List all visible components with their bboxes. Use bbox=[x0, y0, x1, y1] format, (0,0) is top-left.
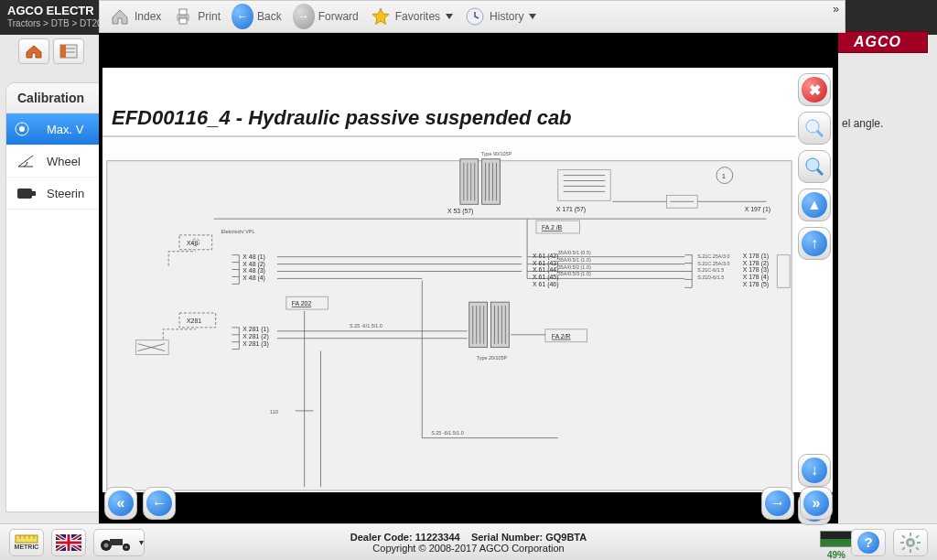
svg-rect-6 bbox=[17, 188, 32, 199]
zoom-in-button[interactable] bbox=[798, 150, 831, 183]
gear-icon bbox=[899, 532, 921, 554]
angle-icon bbox=[14, 151, 39, 171]
svg-text:X 61 (45): X 61 (45) bbox=[533, 274, 558, 281]
page-next-button[interactable]: → bbox=[761, 487, 794, 520]
serial-label: Serial Number: bbox=[471, 532, 543, 543]
dealer-code-label: Dealer Code: bbox=[350, 532, 413, 543]
page-last-button[interactable]: » bbox=[800, 487, 833, 520]
svg-rect-134 bbox=[901, 534, 905, 538]
language-button[interactable] bbox=[51, 529, 86, 556]
svg-text:X 48 (2): X 48 (2) bbox=[242, 261, 265, 268]
svg-rect-137 bbox=[901, 546, 905, 550]
help-icon: ? bbox=[857, 532, 879, 554]
svg-text:110: 110 bbox=[270, 409, 278, 415]
main-toolbar: Index Print ← Back → Forward Favorites H… bbox=[99, 0, 845, 33]
chevron-double-up-icon: ▲ bbox=[802, 192, 827, 218]
toolbar-label: History bbox=[490, 10, 523, 23]
svg-rect-62 bbox=[777, 255, 790, 288]
svg-rect-14 bbox=[460, 159, 479, 204]
viewer-horizontal-toolbar: « ← → » bbox=[104, 485, 833, 522]
chevron-up-icon: ↑ bbox=[802, 231, 827, 256]
svg-rect-136 bbox=[915, 534, 919, 538]
app-title: AGCO ELECTR bbox=[7, 4, 94, 17]
svg-rect-9 bbox=[179, 9, 187, 15]
chevron-left-icon: ← bbox=[146, 490, 172, 516]
svg-text:X 61 (44): X 61 (44) bbox=[533, 266, 558, 274]
svg-point-112 bbox=[806, 158, 819, 171]
svg-text:X 178 (1): X 178 (1) bbox=[743, 253, 769, 260]
history-button[interactable]: History bbox=[460, 4, 540, 29]
svg-text:S.25 -6/1.5/1.0: S.25 -6/1.5/1.0 bbox=[350, 323, 382, 328]
svg-text:X 61 (42): X 61 (42) bbox=[533, 253, 558, 260]
svg-text:S.21C.25A/3.0: S.21C.25A/3.0 bbox=[697, 261, 729, 266]
svg-line-113 bbox=[817, 169, 823, 175]
diagram-area[interactable]: Type 90/105P X 53 (57) X 171 (57) 1 X 19… bbox=[102, 139, 796, 492]
toolbar-label: Index bbox=[135, 10, 161, 23]
magnifier-plus-icon bbox=[803, 156, 825, 178]
back-icon: ← bbox=[232, 5, 253, 27]
breadcrumb[interactable]: Tractors > DTB > DT205 bbox=[7, 18, 107, 28]
svg-point-127 bbox=[124, 545, 127, 548]
svg-text:X 178 (2): X 178 (2) bbox=[743, 260, 769, 267]
svg-rect-90 bbox=[469, 302, 488, 347]
layout-icon bbox=[59, 43, 79, 59]
scroll-up-button[interactable]: ↑ bbox=[798, 227, 831, 260]
forward-button[interactable]: → Forward bbox=[289, 4, 362, 29]
close-button[interactable]: ✖ bbox=[798, 73, 831, 106]
svg-text:FA 202: FA 202 bbox=[292, 300, 312, 307]
brand-logo: AGCO bbox=[827, 31, 928, 53]
favorites-button[interactable]: Favorites bbox=[366, 4, 457, 29]
chevron-double-right-icon: » bbox=[803, 490, 829, 516]
svg-text:S.21C.25A/3.0: S.21C.25A/3.0 bbox=[697, 253, 729, 259]
svg-text:X 53 (57): X 53 (57) bbox=[447, 208, 473, 215]
zoom-out-button[interactable] bbox=[798, 112, 831, 145]
page-prev-button[interactable]: ← bbox=[143, 487, 176, 520]
svg-text:35A/0.5/1 (0.5): 35A/0.5/1 (0.5) bbox=[558, 250, 591, 255]
svg-rect-135 bbox=[915, 546, 919, 550]
scroll-down-button[interactable]: ↓ bbox=[798, 454, 831, 487]
footer-right: ? bbox=[847, 529, 932, 556]
secondary-toolbar bbox=[18, 38, 101, 66]
settings-button[interactable] bbox=[893, 529, 928, 556]
metric-toggle-button[interactable]: METRIC bbox=[9, 529, 44, 556]
tractor-icon bbox=[95, 533, 137, 552]
svg-rect-132 bbox=[900, 542, 904, 544]
page-first-button[interactable]: « bbox=[104, 487, 137, 520]
layout-button[interactable] bbox=[53, 38, 84, 64]
chevron-double-left-icon: « bbox=[108, 490, 134, 516]
clock-icon bbox=[464, 5, 486, 27]
print-button[interactable]: Print bbox=[168, 4, 224, 29]
footer-center: Dealer Code: 11223344 Serial Number: GQ9… bbox=[350, 532, 587, 554]
copyright-text: Copyright © 2008-2017 AGCO Corporation bbox=[350, 543, 587, 554]
svg-text:S.21D-6/1.5: S.21D-6/1.5 bbox=[697, 275, 724, 280]
svg-rect-7 bbox=[32, 191, 36, 196]
svg-text:X 48 (3): X 48 (3) bbox=[242, 267, 265, 275]
scroll-top-button[interactable]: ▲ bbox=[798, 188, 831, 221]
index-button[interactable]: Index bbox=[105, 4, 165, 29]
svg-text:Elektrisch/ VPL: Elektrisch/ VPL bbox=[221, 229, 255, 234]
toolbar-label: Print bbox=[198, 10, 221, 23]
dropdown-icon bbox=[529, 14, 536, 19]
svg-text:X 61 (43): X 61 (43) bbox=[533, 260, 558, 267]
ruler-icon bbox=[15, 534, 38, 544]
close-icon: ✖ bbox=[802, 77, 827, 102]
svg-rect-123 bbox=[56, 541, 81, 544]
svg-rect-130 bbox=[910, 533, 911, 536]
svg-text:FA 2 /B: FA 2 /B bbox=[542, 224, 563, 231]
svg-rect-131 bbox=[910, 549, 911, 553]
svg-text:Type 20/105P: Type 20/105P bbox=[477, 355, 508, 361]
vehicle-select-button[interactable]: ▾ bbox=[93, 529, 145, 556]
help-button[interactable]: ? bbox=[851, 529, 886, 556]
svg-text:X 281 (2): X 281 (2) bbox=[242, 333, 268, 340]
toolbar-overflow-icon[interactable]: » bbox=[833, 3, 839, 16]
back-button[interactable]: ← Back bbox=[228, 4, 285, 29]
calibration-item-label: Steerin bbox=[47, 187, 84, 200]
chevron-down-icon: ↓ bbox=[802, 458, 827, 483]
svg-text:X 171 (57): X 171 (57) bbox=[556, 206, 586, 213]
svg-text:35A/0.5/1 (1.0): 35A/0.5/1 (1.0) bbox=[558, 257, 591, 263]
flag-uk-icon bbox=[56, 534, 81, 551]
home-button[interactable] bbox=[18, 38, 49, 64]
toolbar-label: Forward bbox=[318, 10, 359, 23]
svg-rect-25 bbox=[558, 170, 610, 201]
svg-rect-10 bbox=[179, 18, 187, 24]
